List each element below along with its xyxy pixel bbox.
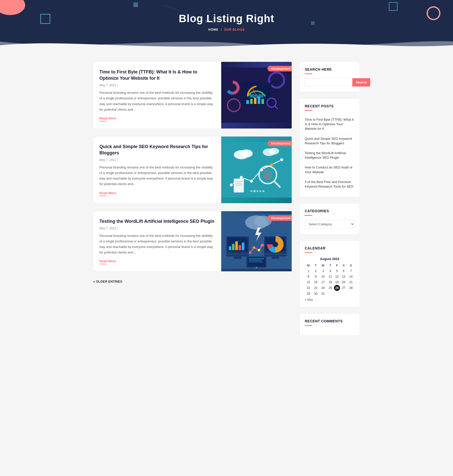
svg-rect-70 bbox=[249, 260, 261, 261]
svg-point-72 bbox=[256, 267, 257, 268]
post-excerpt-1: Personal branding remains one of the bes… bbox=[99, 90, 215, 112]
page-title: Blog Listing Right bbox=[5, 13, 448, 25]
svg-point-37 bbox=[250, 190, 252, 192]
read-more-3[interactable]: Read More bbox=[99, 259, 116, 263]
deco-square-2 bbox=[133, 3, 138, 7]
svg-point-32 bbox=[267, 174, 268, 175]
breadcrumb-current: OUR BLOGS bbox=[224, 28, 245, 31]
svg-point-23 bbox=[240, 176, 243, 179]
read-more-1[interactable]: Read More bbox=[99, 116, 116, 120]
blog-card-content-3: Testing the WordLift Artificial Intellig… bbox=[93, 211, 221, 272]
post-title-2[interactable]: Quick and Simple SEO Keyword Research Ti… bbox=[99, 144, 215, 156]
post-excerpt-2: Personal branding remains one of the bes… bbox=[99, 165, 215, 187]
svg-rect-54 bbox=[234, 255, 241, 259]
badge-3: Uncategorized bbox=[268, 215, 292, 221]
header-wave bbox=[0, 36, 453, 52]
badge-2: Uncategorized bbox=[268, 141, 292, 146]
search-underline bbox=[305, 73, 312, 74]
categories-widget: CATEGORIES Select CategoryUncategorizedS… bbox=[299, 203, 360, 234]
svg-rect-34 bbox=[235, 181, 243, 182]
recent-post-item[interactable]: Quick and Simple SEO Keyword Research Ti… bbox=[305, 134, 355, 148]
svg-rect-71 bbox=[249, 261, 263, 262]
calendar-widget: CALENDAR August 2022 MTWTFSS 12345678910… bbox=[299, 240, 360, 307]
svg-rect-35 bbox=[235, 183, 241, 184]
search-form: Search bbox=[305, 78, 355, 86]
svg-point-27 bbox=[280, 158, 283, 161]
breadcrumb-home[interactable]: HOME bbox=[208, 28, 218, 31]
svg-rect-51 bbox=[239, 245, 241, 250]
svg-point-22 bbox=[230, 183, 233, 187]
calendar-title: CALENDAR bbox=[305, 246, 355, 250]
search-title: SEARCH HERE bbox=[305, 67, 355, 71]
recent-post-item[interactable]: Time to First Byte (TTFB): What It Is & … bbox=[305, 115, 355, 134]
older-entries-link[interactable]: OLDER ENTRIES bbox=[93, 280, 122, 283]
recent-posts-widget: RECENT POSTS Time to First Byte (TTFB): … bbox=[299, 98, 360, 197]
svg-point-41 bbox=[262, 190, 265, 192]
search-widget: SEARCH HERE Search bbox=[299, 62, 360, 92]
svg-rect-33 bbox=[234, 179, 244, 192]
recent-posts-title: RECENT POSTS bbox=[305, 104, 355, 108]
recent-post-item[interactable]: Testing the WordLift Artificial Intellig… bbox=[305, 148, 355, 163]
svg-rect-69 bbox=[249, 258, 264, 259]
recent-post-item[interactable]: How to Conduct an SEO Audit of Your Webs… bbox=[305, 163, 355, 177]
svg-rect-49 bbox=[232, 244, 235, 250]
blog-list: Time to First Byte (TTFB): What It Is & … bbox=[93, 62, 292, 342]
svg-rect-17 bbox=[221, 142, 292, 197]
blog-card: Time to First Byte (TTFB): What It Is & … bbox=[93, 62, 292, 129]
read-more-underline-3 bbox=[99, 264, 106, 264]
recent-comments-underline bbox=[305, 325, 312, 326]
svg-point-19 bbox=[240, 149, 253, 157]
calendar-table: MTWTFSS 12345678910111213141516171819202… bbox=[305, 263, 355, 296]
older-entries: OLDER ENTRIES bbox=[93, 279, 292, 284]
blog-card-content-2: Quick and Simple SEO Keyword Research Ti… bbox=[93, 137, 221, 203]
svg-rect-48 bbox=[229, 246, 231, 250]
categories-underline bbox=[305, 215, 312, 216]
svg-rect-36 bbox=[235, 185, 242, 185]
search-button[interactable]: Search bbox=[352, 78, 370, 86]
post-image-1: Uncategorized 90/100 bbox=[221, 62, 292, 128]
recent-posts-list: Time to First Byte (TTFB): What It Is & … bbox=[305, 115, 355, 191]
svg-rect-11 bbox=[258, 96, 260, 104]
badge-1: Uncategorized bbox=[268, 66, 292, 71]
svg-rect-9 bbox=[250, 99, 253, 104]
blog-card-content-1: Time to First Byte (TTFB): What It Is & … bbox=[93, 62, 221, 128]
post-excerpt-3: Personal branding remains one of the bes… bbox=[99, 233, 215, 255]
categories-title: CATEGORIES bbox=[305, 209, 355, 213]
blog-card-2: Quick and Simple SEO Keyword Research Ti… bbox=[93, 136, 292, 203]
post-title-1[interactable]: Time to First Byte (TTFB): What It Is & … bbox=[99, 69, 215, 81]
svg-rect-50 bbox=[235, 241, 238, 250]
svg-point-64 bbox=[253, 246, 255, 249]
svg-point-38 bbox=[253, 190, 255, 192]
read-more-underline-2 bbox=[99, 196, 106, 196]
search-input[interactable] bbox=[305, 78, 352, 86]
svg-rect-8 bbox=[246, 100, 249, 104]
svg-rect-52 bbox=[242, 242, 244, 250]
svg-point-66 bbox=[261, 244, 264, 246]
recent-comments-title: RECENT COMMENTS bbox=[305, 319, 355, 323]
breadcrumb-sep: / bbox=[221, 28, 222, 31]
post-image-3: Uncategorized bbox=[221, 211, 292, 272]
sidebar: SEARCH HERE Search RECENT POSTS Time to … bbox=[299, 62, 360, 342]
cal-prev-link[interactable]: « May bbox=[305, 298, 313, 301]
svg-point-65 bbox=[258, 249, 260, 251]
read-more-2[interactable]: Read More bbox=[99, 191, 116, 195]
breadcrumb: HOME / OUR BLOGS bbox=[5, 28, 448, 31]
calendar-nav: « May bbox=[305, 298, 355, 301]
svg-point-39 bbox=[256, 190, 258, 192]
recent-post-item[interactable]: 5 of the Best Free and Premium Keyword R… bbox=[305, 177, 355, 191]
calendar-month: August 2022 bbox=[305, 257, 355, 261]
post-title-3[interactable]: Testing the WordLift Artificial Intellig… bbox=[99, 218, 215, 225]
post-meta-3: May 7, 2021 | bbox=[99, 227, 215, 230]
post-meta-1: May 7, 2021 | bbox=[99, 83, 215, 87]
svg-rect-12 bbox=[261, 99, 264, 104]
deco-square-4 bbox=[389, 2, 398, 11]
blog-card-3: Testing the WordLift Artificial Intellig… bbox=[93, 211, 292, 272]
post-image-2: Uncategorized bbox=[221, 137, 292, 203]
svg-point-63 bbox=[249, 251, 251, 254]
svg-rect-61 bbox=[272, 255, 279, 259]
svg-point-40 bbox=[259, 190, 261, 192]
site-header: Blog Listing Right HOME / OUR BLOGS bbox=[0, 0, 453, 52]
category-select[interactable]: Select CategoryUncategorizedSEOBlogging bbox=[305, 220, 355, 229]
recent-posts-underline bbox=[305, 110, 312, 111]
calendar-underline bbox=[305, 252, 312, 253]
